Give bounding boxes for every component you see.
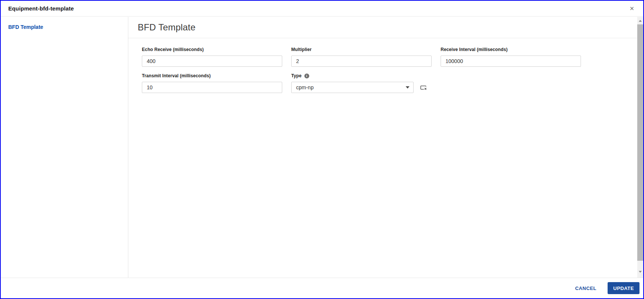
close-icon[interactable]: ✕: [628, 4, 636, 13]
type-label: Type: [291, 73, 302, 78]
update-button[interactable]: UPDATE: [608, 282, 639, 294]
vertical-scrollbar[interactable]: [637, 17, 643, 278]
transmit-interval-input[interactable]: [142, 82, 282, 93]
dialog-titlebar: Equipment-bfd-template ✕: [1, 1, 643, 17]
dialog-title: Equipment-bfd-template: [8, 5, 74, 12]
dialog-body: BFD Template BFD Template Echo Receive (…: [1, 17, 643, 278]
echo-receive-label: Echo Receive (milliseconds): [142, 47, 204, 52]
main-panel: BFD Template Echo Receive (milliseconds)…: [128, 17, 637, 278]
main-header: BFD Template: [128, 17, 637, 38]
receive-interval-input[interactable]: [441, 56, 581, 67]
chevron-down-icon: [406, 86, 409, 89]
multiplier-input[interactable]: [291, 56, 432, 67]
dialog-footer: CANCEL UPDATE: [1, 278, 643, 298]
field-type: Type i cpm-np: [291, 73, 432, 93]
multiplier-label: Multiplier: [291, 47, 311, 52]
transmit-interval-label: Transmit Interval (milliseconds): [142, 73, 211, 78]
echo-receive-input[interactable]: [142, 56, 282, 67]
sidebar-item-bfd-template[interactable]: BFD Template: [8, 24, 43, 30]
info-icon[interactable]: i: [304, 74, 309, 78]
type-select[interactable]: cpm-np: [291, 82, 414, 93]
scrollbar-thumb[interactable]: [637, 24, 643, 261]
field-receive-interval: Receive Interval (milliseconds): [441, 47, 581, 67]
field-transmit-interval: Transmit Interval (milliseconds): [142, 73, 282, 93]
page-title: BFD Template: [138, 22, 196, 33]
scroll-up-icon[interactable]: [637, 18, 643, 24]
bfd-template-form: Echo Receive (milliseconds) Multiplier R…: [128, 38, 637, 93]
dialog-window: Equipment-bfd-template ✕ BFD Template BF…: [0, 0, 644, 299]
type-select-value: cpm-np: [296, 84, 314, 90]
field-multiplier: Multiplier: [291, 47, 432, 67]
clear-selection-icon[interactable]: [419, 84, 428, 92]
cancel-button[interactable]: CANCEL: [575, 285, 597, 291]
field-echo-receive: Echo Receive (milliseconds): [142, 47, 282, 67]
receive-interval-label: Receive Interval (milliseconds): [441, 47, 508, 52]
sidebar: BFD Template: [1, 17, 128, 278]
scroll-down-icon[interactable]: [637, 269, 643, 275]
